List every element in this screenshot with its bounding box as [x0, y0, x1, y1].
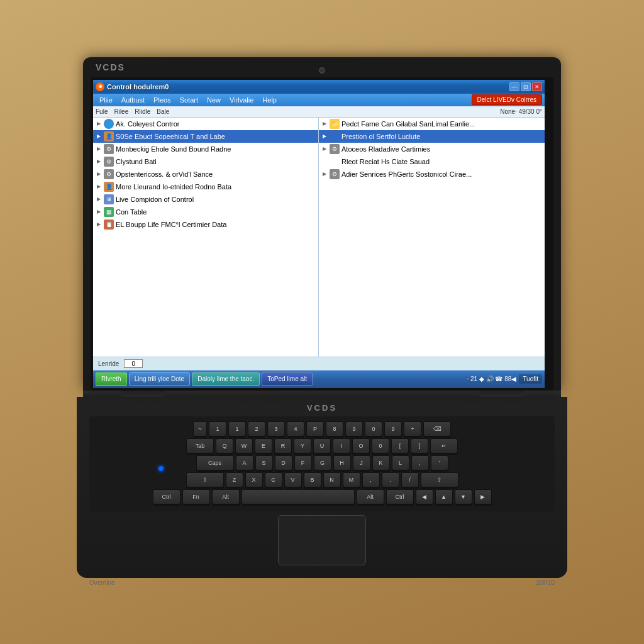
right-item-3[interactable]: Rleot Reciat Hs Ciate Sauad	[319, 155, 545, 168]
key-f[interactable]: F	[294, 455, 312, 470]
key-u[interactable]: U	[313, 438, 331, 453]
left-item-4[interactable]: ▶ ⚙ Opstentericoss. & orVid'l Sance	[93, 168, 318, 180]
right-item-1[interactable]: ▶ Prestion ol Sertfol Luclute	[319, 130, 545, 143]
key-arrow-r[interactable]: ▶	[474, 489, 492, 504]
left-item-0[interactable]: ▶ 🌐 Ak. Coleyest Contror	[93, 118, 318, 130]
key-w[interactable]: W	[235, 438, 253, 453]
menu-pliie[interactable]: Pliie	[96, 96, 116, 104]
key-q[interactable]: Q	[216, 438, 233, 453]
restore-button[interactable]: ⊡	[521, 82, 531, 91]
key-a[interactable]: A	[236, 455, 253, 470]
key-slash[interactable]: /	[401, 472, 419, 487]
key-enter[interactable]: ↵	[430, 438, 458, 453]
key-fn[interactable]: Fn	[182, 489, 210, 504]
taskbar-btn-3[interactable]: ToPed lime alt	[262, 372, 313, 386]
key-y[interactable]: Y	[294, 438, 311, 453]
left-item-7[interactable]: ▶ ▦ Con Table	[93, 206, 318, 218]
key-j[interactable]: J	[353, 455, 370, 470]
left-item-1[interactable]: ▶ 👤 S0Se Ebuct Sopeehical T and Labe	[93, 130, 318, 143]
menu-new[interactable]: New	[203, 96, 225, 104]
key-comma[interactable]: ,	[362, 472, 380, 487]
key-v[interactable]: V	[284, 472, 302, 487]
toolbar-fule[interactable]: Fule	[96, 108, 108, 115]
left-panel[interactable]: ▶ 🌐 Ak. Coleyest Contror ▶ 👤 S0Se Ebuct …	[93, 118, 319, 357]
key-4[interactable]: 3	[267, 421, 285, 436]
key-quote[interactable]: '	[431, 455, 448, 470]
key-8[interactable]: 9	[345, 421, 363, 436]
detect-button[interactable]: Delct LIVEDv Colrres	[472, 94, 542, 105]
key-arrow-u[interactable]: ▲	[435, 489, 453, 504]
key-arrow-d[interactable]: ▼	[455, 489, 472, 504]
key-9[interactable]: 0	[365, 421, 382, 436]
hinge-area	[83, 391, 561, 397]
key-bracket-r[interactable]: ]	[411, 438, 428, 453]
key-o[interactable]: O	[352, 438, 370, 453]
key-6[interactable]: P	[306, 421, 324, 436]
key-z[interactable]: Z	[226, 472, 243, 487]
key-r[interactable]: R	[274, 438, 292, 453]
touchpad[interactable]	[278, 515, 366, 565]
key-1[interactable]: 1	[209, 421, 226, 436]
right-item-2[interactable]: ▶ ⚙ Atoceos Rladadive Cartimies	[319, 143, 545, 155]
key-ctrl-l[interactable]: Ctrl	[153, 489, 180, 504]
key-5[interactable]: 4	[287, 421, 304, 436]
key-shift-l[interactable]: ⇧	[186, 472, 224, 487]
title-bar-buttons[interactable]: — ⊡ ✕	[509, 82, 542, 91]
key-alt-l[interactable]: Alt	[212, 489, 240, 504]
key-n[interactable]: N	[323, 472, 341, 487]
key-alt-r[interactable]: Alt	[357, 489, 384, 504]
key-x[interactable]: X	[245, 472, 263, 487]
menu-virlvalie[interactable]: Virlvalie	[226, 96, 257, 104]
key-7[interactable]: 8	[326, 421, 343, 436]
key-ctrl-r[interactable]: Ctrl	[386, 489, 414, 504]
key-period[interactable]: .	[382, 472, 399, 487]
key-space[interactable]	[242, 489, 355, 504]
left-item-3[interactable]: ▶ ⚙ Clystund Bati	[93, 155, 318, 168]
left-item-2[interactable]: ▶ ⚙ Monbeckig Ehole Sund Bound Radne	[93, 143, 318, 155]
key-tab[interactable]: Tab	[186, 438, 214, 453]
left-item-8[interactable]: ▶ 📋 EL Boupp Life FMC°l Certimier Data	[93, 218, 318, 231]
menu-pleos[interactable]: Pleos	[150, 96, 175, 104]
left-item-6[interactable]: ▶ 🖥 Live Compidon of Control	[93, 193, 318, 206]
key-e[interactable]: E	[255, 438, 272, 453]
key-h[interactable]: H	[333, 455, 351, 470]
key-c[interactable]: C	[265, 472, 282, 487]
globe-icon-0: 🌐	[104, 119, 114, 129]
key-l[interactable]: L	[392, 455, 409, 470]
taskbar-btn-2[interactable]: Daloly lime the taoc.	[192, 372, 260, 386]
close-button[interactable]: ✕	[532, 82, 542, 91]
key-d[interactable]: D	[275, 455, 292, 470]
key-b[interactable]: B	[304, 472, 321, 487]
left-item-5[interactable]: ▶ 👤 More Lieurand Io-etnided Rodno Bata	[93, 180, 318, 193]
key-semi[interactable]: ;	[411, 455, 429, 470]
key-3[interactable]: 2	[248, 421, 265, 436]
toolbar-rilee[interactable]: Rilee	[114, 108, 128, 115]
right-item-4[interactable]: ▶ ⚙ Adier Senrices PhGertc Sostonicol Ci…	[319, 168, 545, 180]
lenride-input[interactable]	[124, 359, 143, 368]
key-g[interactable]: G	[314, 455, 331, 470]
key-m[interactable]: M	[343, 472, 360, 487]
key-backspace[interactable]: ⌫	[423, 421, 451, 436]
key-0[interactable]: 9	[384, 421, 402, 436]
toolbar-bale[interactable]: Bale	[157, 108, 169, 115]
key-p[interactable]: 0	[372, 438, 389, 453]
menu-autbust[interactable]: Autbust	[118, 96, 148, 104]
key-i[interactable]: I	[333, 438, 350, 453]
menu-sotart[interactable]: Sotart	[176, 96, 202, 104]
minimize-button[interactable]: —	[509, 82, 519, 91]
toolbar-rlidle[interactable]: Rlidle	[135, 108, 150, 115]
key-k[interactable]: K	[372, 455, 390, 470]
right-panel[interactable]: ▶ 📁 Pedct Farne Can Gilabal SanLimal Ean…	[319, 118, 545, 357]
taskbar-btn-1[interactable]: Ling trili yloe Dote	[129, 372, 190, 386]
taskbar-btn-0[interactable]: Rlvreth	[96, 372, 127, 386]
key-arrow-l[interactable]: ◀	[416, 489, 433, 504]
right-item-0[interactable]: ▶ 📁 Pedct Farne Can Gilabal SanLimal Ean…	[319, 118, 545, 130]
key-shift-r[interactable]: ⇧	[421, 472, 458, 487]
key-2[interactable]: 1	[228, 421, 246, 436]
key-backtick[interactable]: ~	[193, 421, 207, 436]
key-bracket-l[interactable]: [	[391, 438, 409, 453]
menu-help[interactable]: Help	[258, 96, 280, 104]
key-s[interactable]: S	[255, 455, 273, 470]
key-plus[interactable]: +	[404, 421, 421, 436]
key-caps[interactable]: Caps	[196, 455, 234, 470]
